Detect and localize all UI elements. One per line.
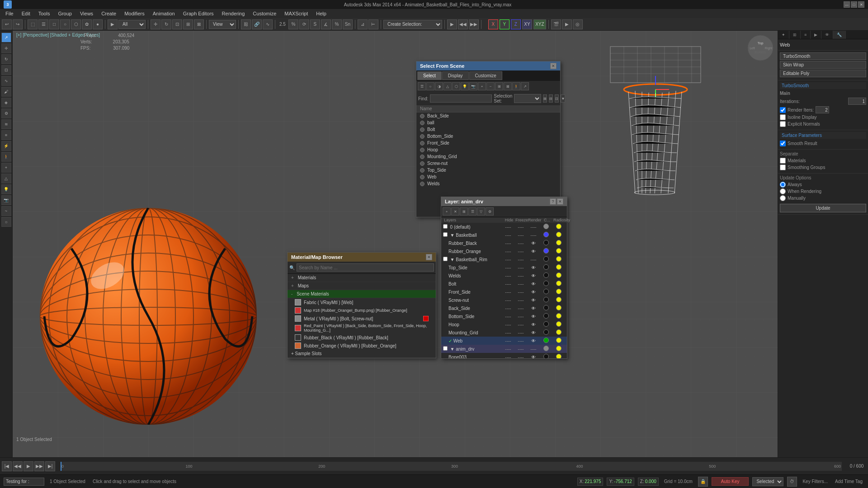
layer-help[interactable]: ? bbox=[550, 198, 556, 205]
scene-tool-lights[interactable]: 💡 bbox=[461, 82, 469, 90]
layer-item-rubber-black[interactable]: Rubber_Black ---- ---- 👁 bbox=[441, 239, 567, 247]
axis-xyz-btn[interactable]: XYZ bbox=[533, 19, 546, 29]
status-add-time-tag[interactable]: Add Time Tag bbox=[833, 479, 864, 484]
layer-check-default[interactable] bbox=[443, 224, 448, 229]
toolbar-rotate[interactable]: ↻ bbox=[161, 19, 171, 29]
material-item-rubber-orange[interactable]: Rubber_Orange ( VRayMtl ) [Rubber_Orange… bbox=[288, 342, 436, 350]
layer-item-bolt[interactable]: Bolt ---- ---- 👁 bbox=[441, 280, 567, 288]
toolbar-move[interactable]: ✛ bbox=[151, 19, 160, 29]
layer-item-rubber-orange[interactable]: Rubber_Orange ---- ---- 👁 bbox=[441, 247, 567, 255]
sel-set-btn1[interactable]: ⊞ bbox=[543, 94, 547, 103]
tab-modify[interactable]: ⊞ bbox=[789, 31, 801, 39]
toolbar-fence-sel[interactable]: ⬡ bbox=[71, 19, 81, 29]
tab-hierarchy[interactable]: ≡ bbox=[801, 31, 811, 39]
scene-tool-warps[interactable]: ~ bbox=[486, 82, 495, 90]
material-browser-close[interactable]: ✕ bbox=[426, 254, 432, 260]
scene-list[interactable]: Back_Side ball Bolt Bottom_Side Front_Si… bbox=[416, 113, 560, 203]
list-item-bolt[interactable]: Bolt bbox=[416, 126, 560, 133]
sel-set-btn2[interactable]: ⊟ bbox=[549, 94, 553, 103]
list-item-screw-nut[interactable]: Screw-nut bbox=[416, 160, 560, 167]
auto-key-btn[interactable]: Auto Key bbox=[712, 477, 749, 486]
toolbar-spinner[interactable]: ⟳ bbox=[299, 19, 309, 29]
layer-item-screw-nut[interactable]: Screw-nut ---- ---- 👁 bbox=[441, 296, 567, 304]
toolbar-squish[interactable]: ⊠ bbox=[194, 19, 204, 29]
selection-set-dropdown[interactable] bbox=[514, 94, 541, 103]
tool-space-warps[interactable]: ~ bbox=[1, 206, 11, 216]
toolbar-prev-key[interactable]: ◀◀ bbox=[458, 19, 468, 29]
scene-tool-shapes[interactable]: ⬡ bbox=[452, 82, 460, 90]
list-item-mounting-grid[interactable]: Mounting_Grid bbox=[416, 153, 560, 160]
toolbar-scale[interactable]: ⊡ bbox=[172, 19, 182, 29]
list-item-hoop[interactable]: Hoop bbox=[416, 146, 560, 153]
when-rendering-radio[interactable] bbox=[780, 188, 786, 194]
scene-tool-none[interactable]: ○ bbox=[426, 82, 434, 90]
tab-utilities[interactable]: 🔧 bbox=[833, 31, 846, 39]
always-radio[interactable] bbox=[780, 182, 786, 188]
tool-biped[interactable]: 🚶 bbox=[1, 152, 11, 162]
scene-tool-biped[interactable]: 🚶 bbox=[512, 82, 520, 90]
tool-helpers[interactable]: + bbox=[1, 163, 11, 173]
list-item-backside[interactable]: Back_Side bbox=[416, 113, 560, 119]
menu-edit[interactable]: Edit bbox=[18, 10, 34, 17]
tool-cameras[interactable]: 📷 bbox=[1, 195, 11, 205]
layer-item-hoop[interactable]: Hoop ---- ---- 👁 bbox=[441, 320, 567, 328]
render-iters-checkbox[interactable] bbox=[780, 107, 786, 113]
tab-create[interactable]: ✦ bbox=[778, 31, 789, 39]
menu-graph-editors[interactable]: Graph Editors bbox=[179, 10, 217, 17]
timeline-next-key[interactable]: ▶▶ bbox=[34, 461, 44, 471]
material-item-rubber-black[interactable]: Rubber_Black ( VRayMtl ) [Rubber_Black] bbox=[288, 333, 436, 342]
axis-xy-btn[interactable]: XY bbox=[522, 19, 532, 29]
smooth-result-checkbox[interactable] bbox=[780, 141, 786, 146]
layer-tool-delete[interactable]: ✕ bbox=[451, 207, 459, 216]
close-btn[interactable]: ✕ bbox=[858, 1, 864, 8]
timeline-scrubber[interactable]: 0 100 200 300 400 500 600 bbox=[61, 462, 842, 471]
axis-x-btn[interactable]: X bbox=[488, 19, 498, 29]
toolbar-play[interactable]: ▶ bbox=[447, 19, 457, 29]
toolbar-uniform-scale[interactable]: ⊞ bbox=[183, 19, 193, 29]
modifier-turbosmoooth[interactable]: TurboSmooth bbox=[780, 52, 866, 60]
modifier-skinwrap[interactable]: Skin Wrap bbox=[780, 61, 866, 69]
toolbar-percent[interactable]: % bbox=[288, 19, 298, 29]
toolbar-view-dropdown[interactable]: View bbox=[209, 20, 236, 29]
tab-customize[interactable]: Customize bbox=[469, 71, 502, 80]
toolbar-next-key[interactable]: ▶▶ bbox=[469, 19, 479, 29]
minimize-btn[interactable]: — bbox=[844, 1, 850, 8]
select-scene-titlebar[interactable]: Select From Scene ✕ bbox=[416, 61, 560, 70]
toolbar-select[interactable]: ⬚ bbox=[28, 19, 38, 29]
scene-materials-section[interactable]: - Scene Materials bbox=[288, 290, 436, 298]
material-item-map18[interactable]: Map #18 (Rubber_OrangeI_Bump.png) [Rubbe… bbox=[288, 306, 436, 314]
tool-spline[interactable]: ∿ bbox=[1, 76, 11, 86]
tab-display[interactable]: 👁 bbox=[821, 31, 833, 39]
scene-tool-cameras[interactable]: 📷 bbox=[469, 82, 477, 90]
materials-section[interactable]: + Materials bbox=[288, 274, 436, 282]
toolbar-unlink[interactable]: 🔗 bbox=[252, 19, 262, 29]
tool-rotate[interactable]: ↻ bbox=[1, 54, 11, 64]
layer-item-default[interactable]: 0 (default) ---- ---- ---- bbox=[441, 223, 567, 231]
tool-cloth[interactable]: ≋ bbox=[1, 119, 11, 129]
toolbar-filter-dropdown[interactable]: All bbox=[118, 20, 146, 29]
list-item-welds[interactable]: Welds bbox=[416, 180, 560, 187]
scene-tool-xrefs[interactable]: ↗ bbox=[521, 82, 529, 90]
list-item-ball[interactable]: ball bbox=[416, 119, 560, 126]
status-key-mode-select[interactable]: Selected bbox=[752, 477, 783, 486]
toolbar-bind-space-warp[interactable]: ∿ bbox=[263, 19, 273, 29]
toolbar-link[interactable]: ⛓ bbox=[241, 19, 251, 29]
layer-tool-add-sel[interactable]: ⊞ bbox=[460, 207, 468, 216]
sel-set-btn3[interactable]: ⊡ bbox=[555, 94, 559, 103]
tool-select[interactable]: ↗ bbox=[1, 33, 11, 42]
timeline-next-frame[interactable]: ▶| bbox=[45, 461, 55, 471]
layer-list[interactable]: 0 (default) ---- ---- ---- ▼ Basketball … bbox=[441, 223, 567, 358]
tool-morph[interactable]: ◈ bbox=[1, 98, 11, 108]
layer-item-basketball[interactable]: ▼ Basketball ---- ---- ---- bbox=[441, 231, 567, 239]
menu-tools[interactable]: Tools bbox=[35, 10, 54, 17]
timeline-play[interactable]: ▶ bbox=[24, 461, 33, 471]
status-time-config[interactable]: ⏱ bbox=[787, 477, 797, 487]
tool-shapes[interactable]: △ bbox=[1, 174, 11, 183]
toolbar-snap[interactable]: S bbox=[310, 19, 320, 29]
toolbar-create-selection-dropdown[interactable]: Create Selection: bbox=[383, 20, 442, 29]
scene-tool-all[interactable]: ☰ bbox=[418, 82, 426, 90]
toolbar-paint-sel[interactable]: ● bbox=[93, 19, 103, 29]
layer-close[interactable]: ✕ bbox=[557, 198, 563, 205]
layer-tool-new[interactable]: + bbox=[443, 207, 451, 216]
timeline-prev-key[interactable]: ◀◀ bbox=[13, 461, 23, 471]
